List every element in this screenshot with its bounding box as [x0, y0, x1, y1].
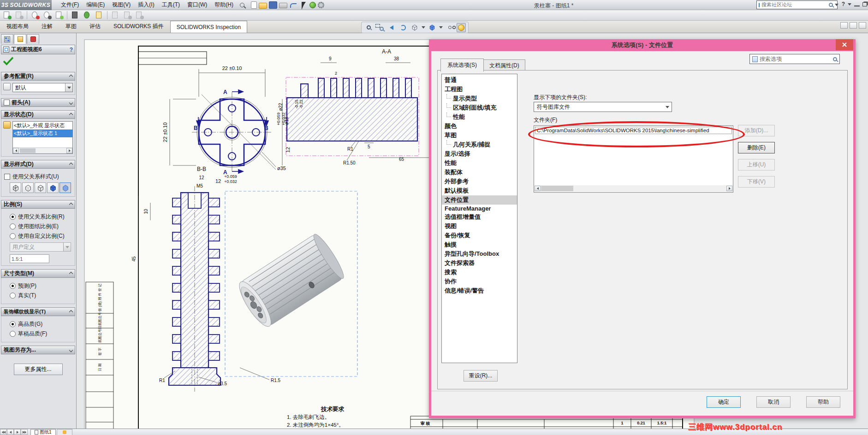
menu-window[interactable]: 窗口(W): [184, 0, 211, 10]
tab-evaluate[interactable]: 评估: [83, 20, 107, 33]
export-report-icon[interactable]: [110, 11, 121, 20]
ref-config-header[interactable]: 参考配置(R): [1, 72, 75, 81]
open-icon[interactable]: [259, 3, 267, 9]
ok-check-icon[interactable]: [3, 56, 14, 65]
dim-type-header[interactable]: 尺寸类型(M): [1, 269, 75, 278]
custom-scale-radio[interactable]: [10, 233, 16, 239]
menu-edit[interactable]: 编辑(E): [83, 0, 108, 10]
sheet-scale-radio[interactable]: [10, 223, 16, 229]
previous-view-icon[interactable]: [387, 23, 396, 32]
dialog-title-bar[interactable]: 系统选项(S) - 文件位置: [429, 39, 856, 51]
next-sheet-icon[interactable]: [14, 429, 21, 435]
tree-item[interactable]: 显示类型: [442, 94, 517, 103]
shaded-with-edges-icon[interactable]: [47, 182, 59, 193]
collapse-icon[interactable]: [69, 202, 73, 206]
tree-item[interactable]: 性能: [442, 112, 517, 122]
move-up-button[interactable]: 上移(U): [738, 159, 775, 170]
export-cmm-icon[interactable]: [134, 11, 145, 20]
arrow-header[interactable]: 箭头(A): [1, 98, 75, 107]
tree-item[interactable]: 视图: [442, 222, 517, 231]
pin-menu-icon[interactable]: [240, 3, 244, 7]
tab-sw-addins[interactable]: SOLIDWORKS 插件: [107, 20, 170, 33]
options-search-box[interactable]: [749, 54, 840, 64]
edit-appearance-icon[interactable]: [457, 23, 466, 32]
update-project-icon[interactable]: [82, 11, 93, 20]
tree-item[interactable]: 区域剖面线/填充: [442, 103, 517, 112]
export-2d-icon[interactable]: [122, 11, 133, 20]
collapse-icon[interactable]: [69, 162, 73, 166]
help-button[interactable]: 帮助: [806, 396, 840, 408]
custom-scale-combo[interactable]: 用户定义: [10, 242, 71, 252]
edit-note-icon[interactable]: [94, 11, 105, 20]
property-manager-tab[interactable]: [14, 34, 26, 44]
view-orientation-cube-icon[interactable]: [410, 23, 419, 32]
community-search-input[interactable]: [761, 2, 827, 8]
tree-item[interactable]: 文件探索器: [442, 259, 517, 268]
open-inspection-project-icon[interactable]: [13, 11, 24, 20]
options-search-icon[interactable]: [833, 57, 837, 61]
tree-item[interactable]: 备份/恢复: [442, 231, 517, 240]
search-dropdown-icon[interactable]: [835, 4, 838, 6]
pane-collapse-icon[interactable]: [859, 22, 866, 29]
zoom-to-fit-icon[interactable]: [364, 23, 373, 32]
menu-file[interactable]: 文件(F): [57, 0, 83, 10]
wireframe-style-icon[interactable]: [10, 182, 21, 193]
delete-balloon-icon[interactable]: [30, 11, 41, 20]
high-quality-radio[interactable]: [10, 321, 16, 327]
cancel-button[interactable]: 取消: [756, 396, 791, 408]
menu-help[interactable]: 帮助(H): [211, 0, 237, 10]
scrollbar-thumb[interactable]: [541, 186, 573, 191]
prev-sheet-icon[interactable]: [7, 429, 14, 435]
folders-list[interactable]: C:\ProgramData\SolidWorks\SOLIDWORKS 201…: [534, 125, 733, 193]
display-style-dropdown-icon[interactable]: [439, 26, 443, 29]
balloon-sequence-icon[interactable]: [70, 11, 81, 20]
shaded-style-icon[interactable]: [59, 182, 71, 193]
tree-item[interactable]: 几何关系/捕捉: [442, 140, 517, 149]
first-sheet-icon[interactable]: [0, 429, 7, 435]
save-view-as-header[interactable]: 视图另存为...: [1, 346, 75, 354]
minimize-icon[interactable]: [854, 2, 860, 6]
hidden-lines-visible-icon[interactable]: [22, 182, 34, 193]
display-style-icon[interactable]: [428, 23, 437, 32]
collapse-icon[interactable]: [69, 271, 73, 275]
tree-item[interactable]: 草图: [442, 131, 517, 140]
tree-item[interactable]: 默认模板: [442, 186, 517, 195]
tree-item[interactable]: 信息/错误/警告: [442, 286, 517, 295]
scale-value-input[interactable]: [10, 254, 49, 263]
folders-hscrollbar[interactable]: [535, 185, 732, 192]
help-dropdown-icon[interactable]: [848, 3, 851, 6]
window-tile-icon[interactable]: [850, 22, 857, 29]
tree-item[interactable]: 搜索: [442, 268, 517, 277]
options-search-input[interactable]: [760, 56, 831, 62]
select-balloon-icon[interactable]: [42, 11, 53, 20]
collapse-icon[interactable]: [69, 74, 73, 78]
expand-icon[interactable]: [69, 348, 73, 352]
folders-type-combo[interactable]: 符号图库文件: [534, 102, 672, 112]
hidden-lines-removed-icon[interactable]: [35, 182, 46, 193]
add-sheet-tab[interactable]: [57, 429, 72, 435]
section-view-icon[interactable]: [398, 23, 408, 32]
tree-item[interactable]: 显示/选择: [442, 149, 517, 159]
tree-item[interactable]: 异型孔向导/Toolbox: [442, 249, 517, 259]
tree-item[interactable]: 触摸: [442, 240, 517, 249]
restore-icon[interactable]: [862, 2, 867, 6]
last-sheet-icon[interactable]: [21, 429, 28, 435]
collapse-icon[interactable]: [69, 310, 73, 313]
tab-sw-inspection[interactable]: SOLIDWORKS Inspection: [170, 21, 247, 33]
scale-header[interactable]: 比例(S): [1, 200, 75, 209]
tree-item[interactable]: 装配体: [442, 168, 517, 177]
tab-sketch[interactable]: 草图: [59, 20, 83, 33]
ok-button[interactable]: 确定: [707, 396, 741, 408]
add-button[interactable]: 添加(D)...: [738, 125, 775, 136]
projected-radio[interactable]: [10, 283, 16, 289]
display-style-header[interactable]: 显示样式(D): [1, 160, 75, 169]
search-icon[interactable]: [829, 3, 833, 7]
more-properties-button[interactable]: 更多属性...: [14, 364, 63, 375]
tab-annotation[interactable]: 注解: [35, 20, 59, 33]
tree-item[interactable]: 工程图: [442, 85, 517, 94]
expand-icon[interactable]: [69, 100, 73, 104]
reset-button[interactable]: 重设(R)...: [464, 370, 498, 382]
hide-show-items-icon[interactable]: [445, 23, 454, 32]
list-item-selected[interactable]: <默认>_显示状态 1: [13, 129, 72, 137]
true-radio[interactable]: [10, 293, 16, 299]
